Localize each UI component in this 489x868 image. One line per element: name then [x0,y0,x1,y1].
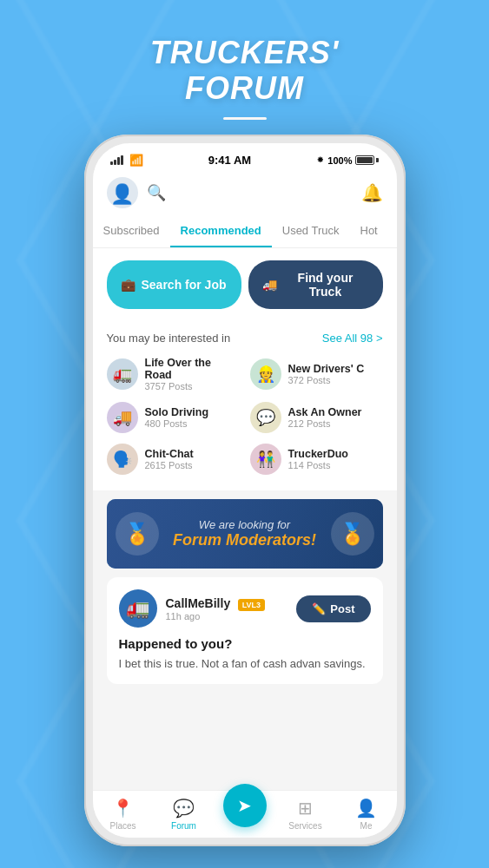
navigate-center-button[interactable]: ➤ [223,784,267,827]
forum-info-ask-an-owner: Ask An Owner 212 Posts [288,406,362,429]
solo-driving-icon: 🚚 [113,408,132,427]
forum-item-solo-driving[interactable]: 🚚 Solo Driving 480 Posts [102,397,245,438]
nav-item-me[interactable]: 👤 Me [336,798,397,831]
navigate-icon: ➤ [237,795,252,816]
battery-tip [376,158,379,162]
chit-chat-icon: 🗣️ [113,450,132,469]
action-buttons-container: 💼 Search for Job 🚚 Find your Truck [93,248,397,321]
find-truck-button[interactable]: 🚚 Find your Truck [248,260,383,309]
signal-bar-4 [121,155,123,165]
post-card: 🚛 CallMeBilly LVL3 11h ago ✏️ [107,577,383,684]
banner-mod-text: Moderators! [226,531,316,549]
post-author-avatar: 🚛 [119,589,157,628]
forum-item-life-over-road[interactable]: 🚛 Life Over the Road 3757 Posts [102,352,245,397]
forum-item-chit-chat[interactable]: 🗣️ Chit-Chat 2615 Posts [102,438,245,480]
places-icon: 📍 [112,798,134,819]
forum-info-solo-driving: Solo Driving 480 Posts [145,406,209,429]
post-author-name: CallMeBilly [166,596,231,610]
services-icon: ⊞ [298,798,313,819]
new-drivers-icon: 👷 [256,365,275,384]
forum-info-trucker-duo: TruckerDuo 114 Posts [288,448,348,470]
tab-hot[interactable]: Hot [350,215,388,247]
briefcase-icon: 💼 [121,278,135,292]
phone-frame: 📶 9:41 AM ⁕ 100% [84,135,406,846]
search-job-button[interactable]: 💼 Search for Job [107,260,241,309]
avatar[interactable]: 👤 [107,177,138,208]
nav-item-places[interactable]: 📍 Places [93,798,154,831]
post-time: 11h ago [166,611,266,621]
banner-forum-mod: Forum Moderators! [173,531,316,549]
tab-used-truck[interactable]: Used Truck [272,215,350,247]
interested-label: You may be interested in [107,332,231,345]
battery-body [355,155,374,165]
signal-bar-1 [110,161,113,165]
interested-header: You may be interested in See All 98 > [93,321,397,352]
title-area: TRUCKERS' FORUM [0,0,489,137]
search-icon[interactable]: 🔍 [147,183,353,202]
forum-item-trucker-duo[interactable]: 👫 TruckerDuo 114 Posts [245,438,388,480]
tab-recommended[interactable]: Recommended [170,215,272,247]
tab-subscribed[interactable]: Subscribed [93,215,170,247]
signal-bars [110,155,123,165]
post-author-name-row: CallMeBilly LVL3 [166,595,266,611]
post-pencil-icon: ✏️ [312,602,326,615]
forum-avatar-ask-an-owner: 💬 [250,402,281,433]
main-content: 💼 Search for Job 🚚 Find your Truck You m… [93,248,397,790]
banner-badge-right: 🏅 [331,512,374,556]
forum-info-new-drivers: New Drivers' C 372 Posts [288,363,365,385]
post-avatar-icon: 🚛 [126,597,149,620]
forum-avatar-solo-driving: 🚚 [107,402,138,433]
me-icon: 👤 [355,798,377,819]
banner-badge-left: 🏅 [116,512,159,556]
battery-icon [355,155,379,165]
truck-icon: 🚚 [262,278,277,292]
title-divider [223,117,267,120]
forum-info-chit-chat: Chit-Chat 2615 Posts [145,448,194,470]
status-bar: 📶 9:41 AM ⁕ 100% [93,143,397,170]
post-level-badge: LVL3 [238,599,265,611]
forum-grid: 🚛 Life Over the Road 3757 Posts 👷 [93,352,397,490]
battery-percent: 100% [327,155,352,166]
post-body: I bet this is true. Not a fan of cash ad… [119,656,371,672]
battery-fill [357,157,373,163]
post-button[interactable]: ✏️ Post [296,595,370,622]
medal-right-icon: 🏅 [340,522,366,546]
nav-item-navigate[interactable]: ➤ [215,801,275,827]
status-right: ⁕ 100% [316,155,379,166]
phone-container: 📶 9:41 AM ⁕ 100% [84,135,406,846]
nav-item-services[interactable]: ⊞ Services [275,798,336,831]
ask-an-owner-icon: 💬 [256,408,275,427]
status-left: 📶 [110,154,143,167]
header: 👤 🔍 🔔 [93,170,397,215]
wifi-icon: 📶 [129,154,143,167]
me-label: Me [360,821,373,831]
forum-icon: 💬 [173,798,195,819]
bluetooth-icon: ⁕ [316,155,324,166]
forum-label: Forum [171,821,196,831]
user-avatar-icon: 👤 [110,185,134,204]
see-all-link[interactable]: See All 98 > [322,332,383,345]
forum-item-ask-an-owner[interactable]: 💬 Ask An Owner 212 Posts [245,397,388,438]
tabs-bar: Subscribed Recommended Used Truck Hot La… [93,215,397,248]
bell-icon[interactable]: 🔔 [361,182,383,203]
tab-latest[interactable]: Latest [388,215,397,247]
banner-looking-for: We are looking for [173,518,316,531]
trucker-duo-icon: 👫 [256,450,275,469]
bottom-spacer [93,693,397,710]
forum-info-life-over-road: Life Over the Road 3757 Posts [145,357,240,391]
forum-item-new-drivers[interactable]: 👷 New Drivers' C 372 Posts [245,352,388,397]
app-title: TRUCKERS' FORUM [0,35,489,107]
bottom-nav: 📍 Places 💬 Forum ➤ ⊞ Services [93,790,397,838]
banner-text: We are looking for Forum Moderators! [173,518,316,549]
post-title: Happened to you? [119,636,371,651]
status-time: 9:41 AM [208,154,251,167]
moderator-banner[interactable]: 🏅 We are looking for Forum Moderators! 🏅 [107,499,383,569]
phone-inner: 📶 9:41 AM ⁕ 100% [93,143,397,838]
banner-forum-text: Forum [173,531,221,549]
post-header: 🚛 CallMeBilly LVL3 11h ago ✏️ [119,589,371,628]
life-over-road-icon: 🚛 [113,365,132,384]
forum-avatar-life-over-road: 🚛 [107,358,138,390]
forum-avatar-trucker-duo: 👫 [250,444,281,475]
nav-item-forum[interactable]: 💬 Forum [154,798,215,831]
forum-avatar-chit-chat: 🗣️ [107,444,138,475]
